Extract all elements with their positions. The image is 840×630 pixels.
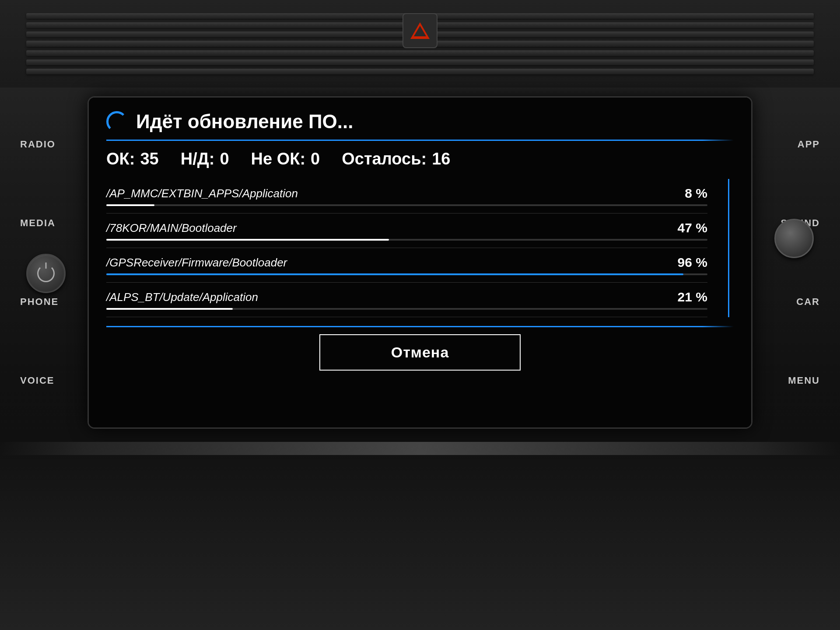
item-row-3: /GPSReceiver/Firmware/Bootloader 96 % bbox=[106, 255, 707, 270]
nd-label: Н/Д: bbox=[181, 150, 215, 168]
screen-title: Идёт обновление ПО... bbox=[136, 111, 353, 133]
item-path-3: /GPSReceiver/Firmware/Bootloader bbox=[106, 256, 287, 270]
main-screen: Идёт обновление ПО... ОК: 35 Н/Д: 0 Не О… bbox=[88, 96, 752, 429]
sidebar-item-voice[interactable]: VOICE bbox=[13, 371, 61, 391]
status-row: ОК: 35 Н/Д: 0 Не ОК: 0 Осталось: 16 bbox=[106, 150, 734, 168]
progress-fill-4 bbox=[106, 308, 233, 310]
update-item-1: /AP_MMC/EXTBIN_APPS/Application 8 % bbox=[106, 179, 707, 214]
remaining-label: Осталось: bbox=[342, 150, 427, 168]
footer-separator bbox=[106, 326, 734, 327]
item-percent-4: 21 % bbox=[664, 290, 707, 304]
item-percent-2: 47 % bbox=[664, 220, 707, 235]
header-separator bbox=[106, 140, 734, 141]
item-row-1: /AP_MMC/EXTBIN_APPS/Application 8 % bbox=[106, 186, 707, 201]
item-path-2: /78KOR/MAIN/Bootloader bbox=[106, 221, 237, 235]
sidebar-item-phone[interactable]: PHONE bbox=[13, 292, 66, 312]
ok-label: ОК: bbox=[106, 150, 135, 168]
nd-value: 0 bbox=[220, 150, 229, 168]
hazard-button[interactable] bbox=[402, 13, 438, 48]
right-nav: APP SOUND CAR MENU bbox=[774, 96, 827, 429]
vent-slat bbox=[26, 50, 814, 56]
progress-bg-3 bbox=[106, 273, 707, 275]
power-button[interactable] bbox=[26, 254, 66, 293]
progress-bg-1 bbox=[106, 204, 707, 206]
vertical-separator bbox=[728, 179, 729, 317]
hazard-icon bbox=[410, 22, 430, 39]
notok-label: Не ОК: bbox=[251, 150, 306, 168]
sidebar-item-menu[interactable]: MENU bbox=[781, 371, 827, 391]
status-notok: Не ОК: 0 bbox=[251, 150, 320, 168]
vent-slat bbox=[26, 60, 814, 65]
item-percent-3: 96 % bbox=[664, 255, 707, 270]
sidebar-item-car[interactable]: CAR bbox=[789, 292, 827, 312]
vent-slat bbox=[26, 69, 814, 74]
item-path-1: /AP_MMC/EXTBIN_APPS/Application bbox=[106, 187, 298, 200]
ok-value: 35 bbox=[140, 150, 158, 168]
sidebar-item-radio[interactable]: RADIO bbox=[13, 134, 63, 154]
progress-fill-1 bbox=[106, 204, 154, 206]
item-percent-1: 8 % bbox=[664, 186, 707, 201]
screen-content: Идёт обновление ПО... ОК: 35 Н/Д: 0 Не О… bbox=[89, 98, 751, 427]
update-item-3: /GPSReceiver/Firmware/Bootloader 96 % bbox=[106, 248, 707, 283]
power-icon bbox=[37, 265, 55, 282]
bottom-interior bbox=[0, 442, 840, 630]
update-item-4: /ALPS_BT/Update/Application 21 % bbox=[106, 283, 707, 317]
update-item-2: /78KOR/MAIN/Bootloader 47 % bbox=[106, 214, 707, 248]
car-interior: RADIO MEDIA PHONE VOICE Идёт обновление … bbox=[0, 0, 840, 630]
loading-icon bbox=[106, 111, 127, 132]
remaining-value: 16 bbox=[432, 150, 450, 168]
item-path-4: /ALPS_BT/Update/Application bbox=[106, 290, 258, 304]
status-nd: Н/Д: 0 bbox=[181, 150, 229, 168]
glossy-strip bbox=[0, 442, 840, 455]
screen-header: Идёт обновление ПО... bbox=[106, 111, 734, 133]
item-row-4: /ALPS_BT/Update/Application 21 % bbox=[106, 290, 707, 304]
notok-value: 0 bbox=[311, 150, 320, 168]
status-remaining: Осталось: 16 bbox=[342, 150, 450, 168]
item-row-2: /78KOR/MAIN/Bootloader 47 % bbox=[106, 220, 707, 235]
progress-bg-2 bbox=[106, 239, 707, 241]
sidebar-item-app[interactable]: APP bbox=[791, 134, 827, 154]
progress-fill-3 bbox=[106, 273, 683, 275]
progress-bg-4 bbox=[106, 308, 707, 310]
sidebar-item-media[interactable]: MEDIA bbox=[13, 213, 63, 233]
status-ok: ОК: 35 bbox=[106, 150, 159, 168]
progress-fill-2 bbox=[106, 239, 389, 241]
update-items-list: /AP_MMC/EXTBIN_APPS/Application 8 % /78K… bbox=[106, 179, 734, 317]
cancel-button[interactable]: Отмена bbox=[319, 334, 521, 371]
volume-knob[interactable] bbox=[774, 219, 814, 258]
